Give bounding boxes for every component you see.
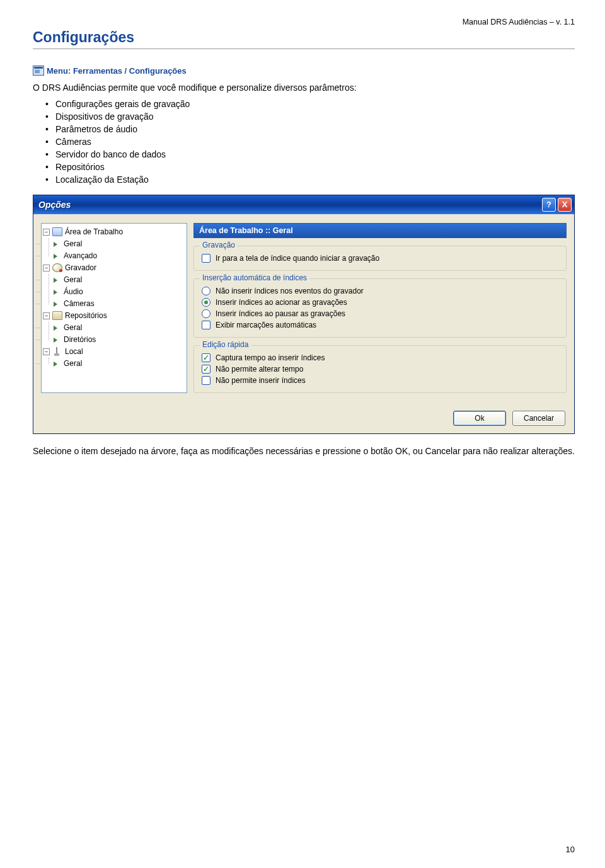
instructions-text: Selecione o item desejado na árvore, faç… <box>33 445 575 457</box>
tree-node[interactable]: Áudio <box>64 287 83 296</box>
group-title: Inserção automática de índices <box>200 273 309 282</box>
checkbox[interactable] <box>202 376 210 385</box>
panel-heading: Área de Trabalho :: Geral <box>193 223 567 238</box>
option-label: Não permite alterar tempo <box>216 365 303 374</box>
list-item: Parâmetros de áudio <box>55 123 575 135</box>
options-tree[interactable]: − Área de Trabalho Geral Avançado <box>41 223 187 393</box>
titlebar[interactable]: Opções ? X <box>33 195 574 214</box>
group-insercao: Inserção automática de índices Não inser… <box>193 278 567 338</box>
expand-toggle[interactable]: − <box>43 229 50 236</box>
options-dialog: Opções ? X − Área de Trabalho <box>33 195 575 434</box>
list-item: Dispositivos de gravação <box>55 110 575 123</box>
arrow-icon <box>52 287 61 296</box>
tree-node-recorder[interactable]: Gravador <box>65 263 96 272</box>
repositories-icon <box>52 311 62 320</box>
param-list: Configurações gerais de gravação Disposi… <box>33 98 575 186</box>
group-title: Edição rápida <box>200 340 251 349</box>
option-label: Ir para a tela de índice quando iniciar … <box>216 254 379 263</box>
list-item: Servidor do banco de dados <box>55 148 575 161</box>
arrow-icon <box>52 299 61 308</box>
workspace-icon <box>52 227 62 236</box>
group-edicao: Edição rápida Captura tempo ao inserir í… <box>193 345 567 393</box>
local-icon <box>52 347 62 356</box>
group-gravacao: Gravação Ir para a tela de índice quando… <box>193 246 567 271</box>
intro-text: O DRS Audiências permite que você modifi… <box>33 82 575 94</box>
recorder-icon <box>52 263 62 272</box>
dialog-title: Opções <box>38 200 71 210</box>
arrow-icon <box>52 335 61 344</box>
tree-node[interactable]: Geral <box>64 239 82 248</box>
expand-toggle[interactable]: − <box>43 312 50 319</box>
expand-toggle[interactable]: − <box>43 265 50 271</box>
title-rule <box>33 49 575 49</box>
tree-node[interactable]: Diretórios <box>64 335 96 344</box>
close-button[interactable]: X <box>558 198 572 212</box>
page-number: 10 <box>566 845 575 854</box>
tree-node[interactable]: Geral <box>64 359 82 368</box>
help-button[interactable]: ? <box>542 198 556 212</box>
checkbox[interactable] <box>202 321 210 329</box>
option-label: Inserir índices ao pausar as gravações <box>216 309 345 318</box>
tree-node-workspace[interactable]: Área de Trabalho <box>65 227 123 236</box>
radio[interactable] <box>202 309 210 318</box>
window-icon <box>33 66 44 76</box>
tree-node-local[interactable]: Local <box>65 347 83 356</box>
menu-path: Menu: Ferramentas / Configurações <box>47 66 187 76</box>
tree-node-repos[interactable]: Repositórios <box>65 311 107 320</box>
arrow-icon <box>52 239 61 248</box>
checkbox[interactable] <box>202 365 210 374</box>
expand-toggle[interactable]: − <box>43 348 50 355</box>
ok-button[interactable]: Ok <box>453 411 506 426</box>
option-label: Inserir índices ao acionar as gravações <box>216 298 347 307</box>
radio[interactable] <box>202 298 210 307</box>
tree-node[interactable]: Câmeras <box>64 299 95 308</box>
arrow-icon <box>52 275 61 284</box>
list-item: Configurações gerais de gravação <box>55 98 575 110</box>
option-label: Não permite inserir índices <box>216 376 306 385</box>
list-item: Câmeras <box>55 135 575 148</box>
arrow-icon <box>52 251 61 260</box>
checkbox[interactable] <box>202 254 210 263</box>
tree-node[interactable]: Geral <box>64 275 82 284</box>
option-label: Não inserir índices nos eventos do grava… <box>216 287 364 295</box>
checkbox[interactable] <box>202 353 210 362</box>
group-title: Gravação <box>200 241 238 249</box>
cancel-button[interactable]: Cancelar <box>512 411 565 426</box>
list-item: Localização da Estação <box>55 173 575 186</box>
list-item: Repositórios <box>55 161 575 173</box>
section-title: Configurações <box>33 29 575 46</box>
arrow-icon <box>52 359 61 368</box>
radio[interactable] <box>202 287 210 295</box>
doc-header: Manual DRS Audiências – v. 1.1 <box>33 0 575 26</box>
arrow-icon <box>52 323 61 332</box>
tree-node[interactable]: Geral <box>64 323 82 332</box>
tree-node[interactable]: Avançado <box>64 251 97 260</box>
option-label: Captura tempo ao inserir índices <box>216 353 325 362</box>
option-label: Exibir marcações automáticas <box>216 321 316 329</box>
